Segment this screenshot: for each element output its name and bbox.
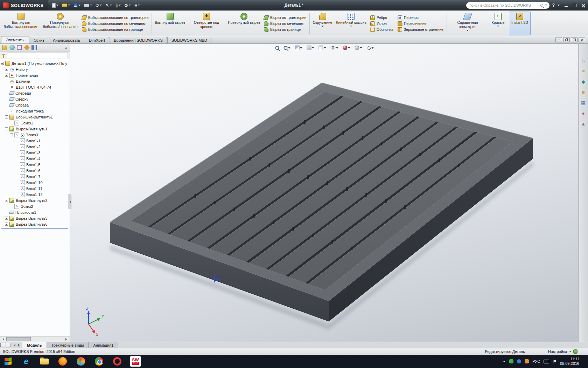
tree-item-sketch1[interactable]: Эскиз1: [1, 120, 70, 126]
expand-toggle[interactable]: [5, 217, 8, 220]
apply-scene-button[interactable]: [354, 45, 363, 51]
tab-model[interactable]: Модель: [22, 342, 47, 348]
propertymanager-icon[interactable]: [9, 45, 15, 50]
displaymanager-icon[interactable]: [31, 45, 37, 50]
tab-3d-views[interactable]: Трехмерные виды: [47, 342, 89, 348]
chevron-right-icon[interactable]: [65, 45, 68, 50]
model-3d-view[interactable]: Z Y X: [70, 44, 578, 342]
media-player-button[interactable]: [76, 356, 86, 367]
tree-item-right-plane[interactable]: Справа: [1, 102, 70, 108]
tab-features[interactable]: Элементы: [1, 36, 29, 43]
rib-button[interactable]: Ребро: [370, 15, 393, 20]
lofted-cut-button[interactable]: Вырез по сечениям: [264, 21, 306, 26]
edit-appearance-button[interactable]: [342, 45, 351, 51]
expand-toggle[interactable]: [10, 133, 13, 136]
revolved-cut-button[interactable]: Повернутый вырез: [226, 12, 262, 35]
help-button[interactable]: ?: [552, 3, 555, 8]
tray-antivirus-icon[interactable]: [509, 359, 513, 363]
expand-toggle[interactable]: [5, 127, 8, 130]
tab-evaluate[interactable]: Анализировать: [49, 37, 84, 43]
tab-scroll-left-icon[interactable]: [11, 342, 17, 348]
tree-horizontal-scrollbar[interactable]: [0, 336, 70, 342]
tree-item-plane1[interactable]: Плоскость1: [1, 209, 70, 215]
scroll-left-icon[interactable]: [0, 336, 6, 342]
doc-restore-button[interactable]: [563, 37, 570, 42]
swept-boss-button[interactable]: Бобышка/основание по траектории: [82, 15, 148, 20]
tree-item-block1-3[interactable]: Блок1-3: [1, 150, 70, 156]
tray-update-icon[interactable]: [525, 359, 529, 363]
zoom-area-button[interactable]: [283, 45, 291, 50]
view-orientation-button[interactable]: [306, 45, 315, 51]
tree-item-block1-10[interactable]: Блок1-10: [1, 179, 70, 185]
tree-item-block1-2[interactable]: Блок1-2: [1, 144, 70, 150]
extruded-boss-button[interactable]: Вытянутая бобышка/основание: [1, 12, 41, 35]
tree-item-sketch2[interactable]: Эскиз2: [1, 203, 70, 209]
move-button[interactable]: Перенос: [398, 15, 443, 20]
chrome-button[interactable]: [94, 356, 104, 367]
start-button[interactable]: [0, 355, 16, 368]
lofted-boss-button[interactable]: Бобышка/основание по сечениям: [82, 21, 148, 26]
solidworks-resources-icon[interactable]: [580, 68, 587, 75]
tree-item-sensors[interactable]: Датчики: [1, 78, 70, 84]
expand-toggle[interactable]: [5, 115, 8, 118]
draft-button[interactable]: Уклон: [370, 21, 393, 26]
hide-show-items-button[interactable]: [330, 46, 339, 50]
tree-item-block1-5[interactable]: Блок1-5: [1, 162, 70, 168]
doc-minimize-button[interactable]: [555, 37, 562, 42]
undo-button[interactable]: [95, 2, 103, 8]
tree-item-block1-6[interactable]: Блок1-6: [1, 168, 70, 173]
close-icon[interactable]: [581, 4, 585, 7]
graphics-area[interactable]: Z Y X: [70, 44, 578, 342]
view-settings-button[interactable]: [366, 45, 374, 51]
file-explorer-button[interactable]: [39, 356, 50, 367]
custom-properties-icon[interactable]: [580, 120, 587, 127]
swept-cut-button[interactable]: Вырез по траектории: [264, 15, 306, 20]
configurationmanager-icon[interactable]: [17, 45, 22, 50]
extruded-cut-button[interactable]: Вытянутый вырез: [153, 12, 187, 35]
model-tray[interactable]: [110, 83, 533, 321]
tab-dimxpert[interactable]: DimXpert: [85, 37, 109, 43]
tree-item-cut-extrude2[interactable]: Вырез-Вытянуть2: [1, 197, 70, 203]
save-button[interactable]: [73, 2, 81, 8]
firefox-button[interactable]: [57, 356, 68, 367]
help-search-input[interactable]: Поиск в Справке по SOLIDWORKS: [466, 2, 550, 9]
split-view2-icon[interactable]: [6, 343, 11, 347]
select-button[interactable]: [105, 2, 112, 8]
panel-splitter-handle[interactable]: [68, 195, 71, 209]
tree-item-block1-12[interactable]: Блок1-12: [1, 191, 70, 197]
tree-item-material[interactable]: Д16Т ГОСТ 4784-74: [1, 84, 70, 90]
help-caret[interactable]: [558, 5, 560, 6]
expand-toggle[interactable]: [5, 199, 8, 202]
instant3d-button[interactable]: Instant 3D: [509, 12, 531, 35]
status-customize[interactable]: Настройка: [548, 349, 567, 354]
customize-caret[interactable]: [569, 351, 571, 352]
tab-mbd[interactable]: SOLIDWORKS MBD: [167, 37, 211, 43]
tree-item-origin[interactable]: Исходная точка: [1, 108, 70, 114]
language-indicator[interactable]: РУС: [532, 359, 540, 363]
expand-toggle[interactable]: [5, 74, 8, 77]
tree-item-block1-7[interactable]: Блок1-7: [1, 173, 70, 179]
revolved-boss-button[interactable]: Повернутая бобышка/основание: [41, 12, 80, 35]
tree-item-history[interactable]: History: [1, 66, 70, 72]
display-style-button[interactable]: [318, 45, 327, 51]
linear-pattern-button[interactable]: Линейный массив: [334, 12, 368, 35]
tree-item-cut-extrude6[interactable]: Вырез-Вытянуть6: [1, 221, 70, 227]
tree-item-top-plane[interactable]: Сверху: [1, 96, 70, 102]
doc-close-button[interactable]: [579, 37, 585, 42]
solidworks-taskbar-button[interactable]: SW 2015: [130, 356, 141, 367]
expand-toggle[interactable]: [1, 62, 4, 65]
doc-maximize-button[interactable]: [571, 37, 578, 42]
scroll-right-icon[interactable]: [64, 336, 70, 342]
zoom-fit-button[interactable]: [274, 45, 280, 50]
dimxpertmanager-icon[interactable]: [24, 45, 30, 50]
tree-item-front-plane[interactable]: Спереди: [1, 90, 70, 96]
new-document-button[interactable]: [51, 2, 59, 8]
keyboard-icon[interactable]: [544, 360, 549, 363]
appearances-icon[interactable]: [580, 110, 587, 117]
tree-item-annotations[interactable]: Примечания: [1, 72, 70, 78]
hidden-icons-chevron-icon[interactable]: [503, 359, 506, 362]
expand-toggle[interactable]: [5, 223, 8, 226]
scrollbar-thumb[interactable]: [6, 337, 31, 341]
tree-item-block1-4[interactable]: Блок1-4: [1, 156, 70, 162]
hole-wizard-button[interactable]: Отверстие под крепеж: [187, 12, 226, 35]
